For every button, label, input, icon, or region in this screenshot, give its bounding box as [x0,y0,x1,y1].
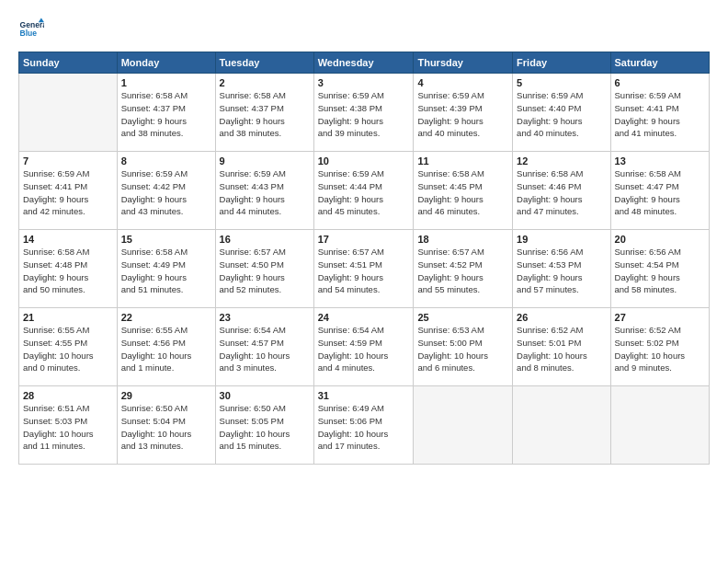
calendar-cell: 4Sunrise: 6:59 AMSunset: 4:39 PMDaylight… [414,74,513,152]
calendar-cell: 14Sunrise: 6:58 AMSunset: 4:48 PMDayligh… [19,230,118,308]
page: General Blue SundayMondayTuesdayWednesda… [0,0,728,563]
day-number: 28 [23,390,113,401]
day-number: 29 [121,390,211,401]
calendar-cell: 2Sunrise: 6:58 AMSunset: 4:37 PMDaylight… [215,74,313,152]
calendar-cell [414,386,513,465]
day-number: 5 [517,77,606,88]
calendar-cell: 17Sunrise: 6:57 AMSunset: 4:51 PMDayligh… [313,230,414,308]
day-number: 16 [220,234,310,245]
day-info: Sunrise: 6:51 AMSunset: 5:03 PMDaylight:… [23,402,113,453]
day-info: Sunrise: 6:54 AMSunset: 4:59 PMDaylight:… [318,324,410,374]
calendar-week-row: 7Sunrise: 6:59 AMSunset: 4:41 PMDaylight… [19,152,710,230]
calendar-cell: 28Sunrise: 6:51 AMSunset: 5:03 PMDayligh… [19,386,118,465]
day-info: Sunrise: 6:58 AMSunset: 4:37 PMDaylight:… [220,89,310,140]
calendar-cell: 31Sunrise: 6:49 AMSunset: 5:06 PMDayligh… [313,386,414,465]
weekday-header-monday: Monday [117,52,215,74]
day-info: Sunrise: 6:58 AMSunset: 4:45 PMDaylight:… [417,167,508,218]
day-info: Sunrise: 6:54 AMSunset: 4:57 PMDaylight:… [220,324,310,374]
day-info: Sunrise: 6:49 AMSunset: 5:06 PMDaylight:… [318,402,410,453]
weekday-header-row: SundayMondayTuesdayWednesdayThursdayFrid… [19,52,710,74]
calendar-cell: 8Sunrise: 6:59 AMSunset: 4:42 PMDaylight… [117,152,215,230]
day-number: 20 [615,234,705,245]
calendar-cell: 1Sunrise: 6:58 AMSunset: 4:37 PMDaylight… [117,74,215,152]
day-info: Sunrise: 6:58 AMSunset: 4:37 PMDaylight:… [121,89,211,140]
calendar-cell: 20Sunrise: 6:56 AMSunset: 4:54 PMDayligh… [610,230,709,308]
calendar-cell: 18Sunrise: 6:57 AMSunset: 4:52 PMDayligh… [414,230,513,308]
day-info: Sunrise: 6:59 AMSunset: 4:44 PMDaylight:… [318,167,410,218]
day-info: Sunrise: 6:50 AMSunset: 5:04 PMDaylight:… [121,402,211,453]
weekday-header-saturday: Saturday [610,52,709,74]
day-info: Sunrise: 6:59 AMSunset: 4:41 PMDaylight:… [615,89,705,140]
day-number: 26 [517,312,606,323]
day-info: Sunrise: 6:59 AMSunset: 4:43 PMDaylight:… [220,167,310,218]
day-info: Sunrise: 6:55 AMSunset: 4:55 PMDaylight:… [23,324,113,374]
calendar-week-row: 28Sunrise: 6:51 AMSunset: 5:03 PMDayligh… [19,386,710,465]
day-number: 31 [318,390,410,401]
day-info: Sunrise: 6:55 AMSunset: 4:56 PMDaylight:… [121,324,211,374]
calendar-cell: 9Sunrise: 6:59 AMSunset: 4:43 PMDaylight… [215,152,313,230]
logo: General Blue [18,17,48,42]
calendar-cell [513,386,610,465]
weekday-header-friday: Friday [513,52,610,74]
calendar-cell: 21Sunrise: 6:55 AMSunset: 4:55 PMDayligh… [19,308,118,386]
day-info: Sunrise: 6:58 AMSunset: 4:46 PMDaylight:… [517,167,606,218]
day-number: 1 [121,77,211,88]
calendar-cell: 13Sunrise: 6:58 AMSunset: 4:47 PMDayligh… [610,152,709,230]
day-number: 24 [318,312,410,323]
day-number: 17 [318,234,410,245]
day-info: Sunrise: 6:57 AMSunset: 4:51 PMDaylight:… [318,246,410,296]
svg-text:Blue: Blue [20,29,38,38]
day-number: 22 [121,312,211,323]
day-info: Sunrise: 6:59 AMSunset: 4:38 PMDaylight:… [318,89,410,140]
weekday-header-sunday: Sunday [19,52,118,74]
day-number: 7 [23,155,113,167]
day-number: 12 [517,155,606,167]
day-number: 27 [615,312,705,323]
calendar-cell: 23Sunrise: 6:54 AMSunset: 4:57 PMDayligh… [215,308,313,386]
calendar-week-row: 1Sunrise: 6:58 AMSunset: 4:37 PMDaylight… [19,74,710,152]
day-number: 19 [517,234,606,245]
day-info: Sunrise: 6:58 AMSunset: 4:47 PMDaylight:… [615,167,705,218]
calendar-cell: 29Sunrise: 6:50 AMSunset: 5:04 PMDayligh… [117,386,215,465]
day-info: Sunrise: 6:57 AMSunset: 4:52 PMDaylight:… [417,246,508,296]
day-info: Sunrise: 6:57 AMSunset: 4:50 PMDaylight:… [220,246,310,296]
day-info: Sunrise: 6:59 AMSunset: 4:39 PMDaylight:… [417,89,508,140]
day-number: 14 [23,234,113,245]
calendar-cell: 5Sunrise: 6:59 AMSunset: 4:40 PMDaylight… [513,74,610,152]
calendar-cell: 15Sunrise: 6:58 AMSunset: 4:49 PMDayligh… [117,230,215,308]
calendar-cell: 10Sunrise: 6:59 AMSunset: 4:44 PMDayligh… [313,152,414,230]
day-info: Sunrise: 6:50 AMSunset: 5:05 PMDaylight:… [220,402,310,453]
calendar-cell: 6Sunrise: 6:59 AMSunset: 4:41 PMDaylight… [610,74,709,152]
day-info: Sunrise: 6:59 AMSunset: 4:42 PMDaylight:… [121,167,211,218]
day-number: 15 [121,234,211,245]
day-number: 4 [417,77,508,88]
calendar-cell: 26Sunrise: 6:52 AMSunset: 5:01 PMDayligh… [513,308,610,386]
day-number: 2 [220,77,310,88]
day-info: Sunrise: 6:58 AMSunset: 4:48 PMDaylight:… [23,246,113,296]
calendar-cell: 24Sunrise: 6:54 AMSunset: 4:59 PMDayligh… [313,308,414,386]
day-info: Sunrise: 6:56 AMSunset: 4:53 PMDaylight:… [517,246,606,296]
day-number: 6 [615,77,705,88]
calendar-cell: 12Sunrise: 6:58 AMSunset: 4:46 PMDayligh… [513,152,610,230]
calendar-cell: 3Sunrise: 6:59 AMSunset: 4:38 PMDaylight… [313,74,414,152]
calendar-cell: 30Sunrise: 6:50 AMSunset: 5:05 PMDayligh… [215,386,313,465]
day-info: Sunrise: 6:58 AMSunset: 4:49 PMDaylight:… [121,246,211,296]
day-number: 23 [220,312,310,323]
calendar-cell: 27Sunrise: 6:52 AMSunset: 5:02 PMDayligh… [610,308,709,386]
day-number: 18 [417,234,508,245]
header: General Blue [18,17,710,42]
weekday-header-wednesday: Wednesday [313,52,414,74]
weekday-header-tuesday: Tuesday [215,52,313,74]
calendar-cell: 16Sunrise: 6:57 AMSunset: 4:50 PMDayligh… [215,230,313,308]
calendar-table: SundayMondayTuesdayWednesdayThursdayFrid… [18,52,710,465]
calendar-week-row: 14Sunrise: 6:58 AMSunset: 4:48 PMDayligh… [19,230,710,308]
day-info: Sunrise: 6:59 AMSunset: 4:41 PMDaylight:… [23,167,113,218]
calendar-cell [19,74,118,152]
calendar-cell: 19Sunrise: 6:56 AMSunset: 4:53 PMDayligh… [513,230,610,308]
day-info: Sunrise: 6:52 AMSunset: 5:02 PMDaylight:… [615,324,705,374]
logo-icon: General Blue [18,17,44,42]
day-info: Sunrise: 6:52 AMSunset: 5:01 PMDaylight:… [517,324,606,374]
weekday-header-thursday: Thursday [414,52,513,74]
day-number: 13 [615,155,705,167]
day-number: 11 [417,155,508,167]
